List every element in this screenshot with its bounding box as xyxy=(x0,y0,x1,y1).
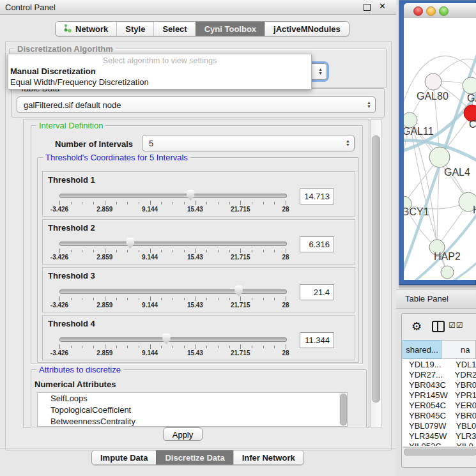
numerical-attributes-list[interactable]: SelfLoopsTopologicalCoefficientBetweenne… xyxy=(37,392,348,427)
tick-mark xyxy=(93,346,94,348)
tick-mark xyxy=(59,296,60,301)
tick-mark xyxy=(252,346,252,348)
vertical-scrollbar[interactable] xyxy=(370,119,382,427)
zoom-traffic-light-icon[interactable] xyxy=(439,6,449,16)
table-row[interactable]: YDR27...YDR2 xyxy=(403,369,476,380)
tick-mark xyxy=(206,250,207,252)
attribute-list-item[interactable]: TopologicalCoefficient xyxy=(38,404,347,416)
tick-mark xyxy=(82,250,82,252)
minimize-traffic-light-icon[interactable] xyxy=(426,6,436,16)
bottom-tab-impute-data[interactable]: Impute Data xyxy=(92,450,156,464)
bottom-tab-label: Impute Data xyxy=(100,453,148,463)
tick-label: 2.859 xyxy=(96,302,112,309)
threshold-label: Threshold 4 xyxy=(48,319,95,328)
tick-mark xyxy=(184,250,185,252)
threshold-value-field[interactable]: 6.316 xyxy=(300,236,334,252)
network-node[interactable] xyxy=(463,77,476,94)
tick-mark xyxy=(150,344,151,349)
threshold-slider-track[interactable] xyxy=(59,194,287,198)
column-header-name[interactable]: na xyxy=(441,340,476,359)
tick-mark xyxy=(127,346,128,348)
attribute-list-item[interactable]: BetweennessCentrality xyxy=(38,416,347,427)
bottom-tab-discretize-data[interactable]: Discretize Data xyxy=(156,450,233,464)
network-node[interactable] xyxy=(441,266,454,279)
table-row[interactable]: YBR045CYBR0 xyxy=(403,410,476,420)
app-window: Control Panel ✕ NetworkStyleSelectCyni T… xyxy=(0,0,476,476)
threshold-label: Threshold 3 xyxy=(48,271,95,280)
table-body: YDL19...YDL1YDR27...YDR2YBR043CYBR0YPR14… xyxy=(403,359,476,446)
attribute-list-item[interactable]: SelfLoops xyxy=(38,393,347,404)
tick-mark xyxy=(195,344,196,349)
tick-mark xyxy=(252,250,252,252)
cell-shared-name: YPR145W xyxy=(403,390,450,400)
threshold-slider-track[interactable] xyxy=(59,242,287,246)
table-row[interactable]: YIL052CYIL0 xyxy=(403,441,476,446)
tick-mark xyxy=(71,202,72,204)
tick-label: 2.859 xyxy=(96,254,112,261)
tick-mark xyxy=(71,298,72,300)
tick-mark xyxy=(218,346,219,348)
slider-tick-labels: -3.4262.8599.14415.4321.71528 xyxy=(59,206,286,213)
table-row[interactable]: YER054CYER0 xyxy=(403,400,476,410)
bottom-tab-label: Discretize Data xyxy=(165,453,224,463)
spinner-arrows-icon: ▲▼ xyxy=(346,139,350,147)
tick-mark xyxy=(173,250,173,252)
network-node[interactable] xyxy=(429,147,450,167)
tick-label: 15.43 xyxy=(187,254,203,261)
algorithm-option[interactable]: Equal Width/Frequency Discretization xyxy=(8,77,311,88)
slider-ticks xyxy=(59,296,286,302)
threshold-box: Threshold 1-3.4262.8599.14415.4321.71528… xyxy=(42,171,355,217)
tick-mark xyxy=(150,201,151,205)
network-node[interactable] xyxy=(425,73,441,90)
tick-mark xyxy=(139,346,139,348)
tab-label: Select xyxy=(162,24,187,34)
num-intervals-label: Number of Intervals xyxy=(55,139,133,149)
tick-mark xyxy=(206,298,207,300)
threshold-slider-track[interactable] xyxy=(59,337,287,342)
tab-jactivemnodules[interactable]: jActiveMNodules xyxy=(265,22,349,36)
tick-mark xyxy=(274,250,275,252)
close-traffic-light-icon[interactable] xyxy=(413,6,423,16)
scrollbar-thumb[interactable] xyxy=(404,449,476,456)
select-columns-icons[interactable]: ☑☑ xyxy=(449,321,464,330)
scrollbar-thumb[interactable] xyxy=(340,394,347,426)
tick-mark xyxy=(229,202,230,204)
algorithm-option[interactable]: Manual Discretization xyxy=(8,66,311,77)
cell-name: YPR1 xyxy=(450,390,476,400)
tick-mark xyxy=(252,202,252,204)
threshold-value-field[interactable]: 21.4 xyxy=(300,284,334,300)
table-data-combobox[interactable]: galFiltered.sif default node ▲▼ xyxy=(17,96,376,113)
tick-label: 21.715 xyxy=(231,206,250,213)
bottom-tab-infer-network[interactable]: Infer Network xyxy=(233,450,303,464)
tick-label: 9.144 xyxy=(142,206,158,213)
slider-handle[interactable] xyxy=(125,238,135,249)
threshold-value-field[interactable]: 11.344 xyxy=(300,332,334,348)
table-row[interactable]: YLR345WYLR3 xyxy=(403,431,476,441)
attributes-list-scrollbar[interactable] xyxy=(339,393,346,425)
table-row[interactable]: YBL079WYBL0 xyxy=(403,420,476,431)
tab-style[interactable]: Style xyxy=(116,22,153,36)
close-icon[interactable]: ✕ xyxy=(379,1,386,11)
threshold-slider-track[interactable] xyxy=(59,289,287,294)
cell-name: YIL0 xyxy=(451,441,473,447)
table-row[interactable]: YBR043CYBR0 xyxy=(403,380,476,390)
num-intervals-spinner[interactable]: 5 ▲▼ xyxy=(142,135,355,151)
threshold-value-field[interactable]: 14.713 xyxy=(300,188,334,204)
slider-handle[interactable] xyxy=(234,286,243,296)
tab-select[interactable]: Select xyxy=(153,22,195,36)
column-header-shared-name[interactable]: shared... xyxy=(403,340,441,359)
float-window-icon[interactable] xyxy=(364,4,371,11)
table-row[interactable]: YDL19...YDL1 xyxy=(403,359,476,369)
network-canvas[interactable]: GAL80GACGAL11GAL4GCY1HHAP2 xyxy=(404,18,476,280)
scrollbar-thumb[interactable] xyxy=(372,135,380,403)
slider-handle[interactable] xyxy=(162,334,171,344)
horizontal-scrollbar[interactable] xyxy=(403,447,476,456)
slider-handle[interactable] xyxy=(186,190,196,201)
tab-cyni-toolbox[interactable]: Cyni Toolbox xyxy=(196,22,265,36)
settings-gear-icon[interactable]: ⚙ xyxy=(411,319,422,334)
tick-mark xyxy=(286,201,286,205)
apply-button[interactable]: Apply xyxy=(163,427,203,441)
split-columns-icon[interactable] xyxy=(432,321,445,332)
tab-network[interactable]: Network xyxy=(56,22,116,36)
table-row[interactable]: YPR145WYPR1 xyxy=(403,390,476,400)
